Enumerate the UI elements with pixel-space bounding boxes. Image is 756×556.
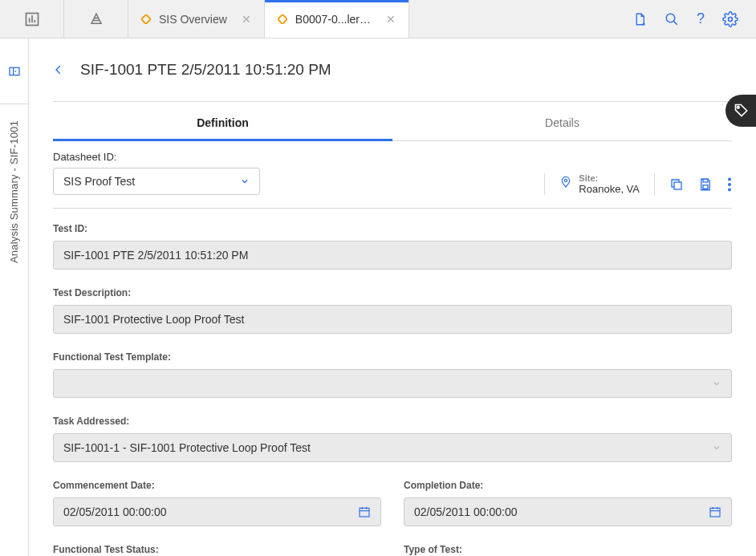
- search-icon[interactable]: [665, 12, 679, 26]
- task-addressed-value: SIF-1001-1 - SIF-1001 Protective Loop Pr…: [63, 441, 311, 454]
- field-test-description: Test Description: SIF-1001 Protective Lo…: [53, 287, 732, 334]
- site-value: Roanoke, VA: [579, 183, 640, 195]
- svg-line-12: [673, 21, 677, 25]
- test-id-value: SIF-1001 PTE 2/5/2011 10:51:20 PM: [63, 249, 248, 262]
- siderail-label[interactable]: Analysis Summary - SIF-1001: [8, 120, 20, 263]
- functional-test-status-label: Functional Test Status:: [53, 544, 381, 555]
- close-icon[interactable]: ✕: [242, 13, 251, 26]
- topbar-actions: ?: [615, 0, 756, 38]
- document-add-icon[interactable]: [632, 11, 647, 27]
- field-completion-date: Completion Date: 02/05/2011 00:00:00: [404, 480, 732, 526]
- svg-point-16: [565, 179, 567, 181]
- svg-rect-23: [360, 508, 369, 517]
- save-icon[interactable]: [698, 177, 713, 192]
- datasheet-id-label: Datasheet ID:: [53, 151, 260, 163]
- svg-point-20: [728, 177, 731, 181]
- tag-icon: [734, 103, 750, 119]
- topbar-left-icons: [0, 0, 128, 38]
- svg-rect-8: [278, 14, 287, 24]
- main-content: SIF-1001 PTE 2/5/2011 10:51:20 PM Defini…: [29, 39, 756, 556]
- tab-label: SIS Overview: [159, 13, 227, 26]
- hierarchy-icon-button[interactable]: [64, 0, 128, 38]
- hierarchy-icon: [89, 12, 104, 26]
- site-block: Site: Roanoke, VA: [544, 173, 655, 195]
- datasheet-left: Datasheet ID: SIS Proof Test: [53, 151, 260, 195]
- tab-b0007[interactable]: B0007-0...ler SIS ✕: [265, 0, 409, 38]
- body: Analysis Summary - SIF-1001 SIF-1001 PTE…: [0, 39, 756, 556]
- commencement-date-input[interactable]: 02/05/2011 00:00:00: [53, 497, 381, 526]
- close-icon[interactable]: ✕: [386, 13, 396, 26]
- copy-icon[interactable]: [669, 177, 684, 192]
- siderail: Analysis Summary - SIF-1001: [0, 39, 29, 556]
- subtabs: Definition Details: [53, 102, 732, 141]
- completion-date-value: 02/05/2011 00:00:00: [414, 505, 517, 518]
- row-status-type: Functional Test Status: Complete Type of…: [53, 544, 732, 556]
- tabstrip: SIS Overview ✕ B0007-0...ler SIS ✕: [128, 0, 615, 38]
- commencement-date-label: Commencement Date:: [53, 480, 381, 491]
- dashboard-icon-button[interactable]: [0, 0, 64, 38]
- svg-rect-19: [703, 185, 708, 189]
- svg-point-13: [729, 17, 733, 21]
- test-description-value: SIF-1001 Protective Loop Proof Test: [63, 313, 244, 326]
- datasheet-row: Datasheet ID: SIS Proof Test Site: Roano…: [53, 141, 732, 209]
- svg-point-22: [728, 188, 731, 191]
- field-test-id: Test ID: SIF-1001 PTE 2/5/2011 10:51:20 …: [53, 223, 732, 270]
- chevron-left-icon: [53, 63, 64, 77]
- diamond-icon: [141, 14, 151, 24]
- chevron-down-icon: [240, 177, 250, 186]
- task-addressed-label: Task Addressed:: [53, 416, 732, 427]
- site-text: Site: Roanoke, VA: [579, 173, 640, 195]
- svg-point-11: [666, 14, 675, 22]
- datasheet-id-value: SIS Proof Test: [63, 175, 135, 188]
- more-icon[interactable]: [727, 177, 732, 192]
- tab-sis-overview[interactable]: SIS Overview ✕: [128, 0, 265, 38]
- panel-expand-icon: [8, 65, 21, 78]
- type-of-test-label: Type of Test:: [404, 544, 732, 555]
- form: Test ID: SIF-1001 PTE 2/5/2011 10:51:20 …: [53, 209, 732, 556]
- back-button[interactable]: [53, 63, 64, 77]
- svg-rect-27: [710, 508, 720, 517]
- dashboard-icon: [24, 11, 40, 27]
- datasheet-right: Site: Roanoke, VA: [544, 173, 732, 195]
- floating-tag-badge[interactable]: [726, 95, 756, 127]
- completion-date-label: Completion Date:: [404, 480, 732, 491]
- task-addressed-select[interactable]: SIF-1001-1 - SIF-1001 Protective Loop Pr…: [53, 433, 732, 462]
- siderail-toggle[interactable]: [0, 39, 28, 104]
- field-commencement-date: Commencement Date: 02/05/2011 00:00:00: [53, 480, 381, 526]
- svg-rect-18: [703, 179, 708, 182]
- chevron-down-icon: [712, 443, 721, 453]
- completion-date-input[interactable]: 02/05/2011 00:00:00: [404, 497, 732, 526]
- site-label: Site:: [579, 173, 640, 183]
- svg-rect-7: [141, 14, 151, 24]
- page-title: SIF-1001 PTE 2/5/2011 10:51:20 PM: [80, 61, 331, 79]
- svg-rect-14: [10, 67, 19, 75]
- test-description-input[interactable]: SIF-1001 Protective Loop Proof Test: [53, 305, 732, 334]
- test-description-label: Test Description:: [53, 287, 732, 298]
- field-functional-test-template: Functional Test Template:: [53, 351, 732, 398]
- topbar: SIS Overview ✕ B0007-0...ler SIS ✕ ?: [0, 0, 756, 39]
- calendar-icon[interactable]: [709, 505, 721, 518]
- chevron-down-icon: [712, 379, 721, 388]
- page-header: SIF-1001 PTE 2/5/2011 10:51:20 PM: [53, 61, 732, 79]
- commencement-date-value: 02/05/2011 00:00:00: [63, 505, 166, 518]
- datasheet-id-select[interactable]: SIS Proof Test: [53, 168, 260, 195]
- functional-test-template-select[interactable]: [53, 369, 732, 398]
- test-id-input[interactable]: SIF-1001 PTE 2/5/2011 10:51:20 PM: [53, 241, 732, 270]
- tab-label: B0007-0...ler SIS: [295, 13, 372, 26]
- test-id-label: Test ID:: [53, 223, 732, 234]
- svg-point-31: [738, 107, 740, 109]
- field-functional-test-status: Functional Test Status: Complete: [53, 544, 381, 556]
- diamond-icon: [278, 14, 287, 24]
- field-type-of-test: Type of Test: Functional Test: [404, 544, 732, 556]
- svg-rect-17: [674, 182, 681, 189]
- pin-icon: [559, 174, 572, 190]
- gear-icon[interactable]: [722, 11, 738, 27]
- subtab-details[interactable]: Details: [392, 102, 732, 141]
- help-icon[interactable]: ?: [697, 10, 705, 27]
- functional-test-template-label: Functional Test Template:: [53, 351, 732, 363]
- calendar-icon[interactable]: [358, 505, 371, 518]
- field-task-addressed: Task Addressed: SIF-1001-1 - SIF-1001 Pr…: [53, 416, 732, 462]
- subtab-definition[interactable]: Definition: [53, 102, 392, 141]
- row-dates: Commencement Date: 02/05/2011 00:00:00 C…: [53, 480, 732, 544]
- svg-point-21: [728, 183, 731, 186]
